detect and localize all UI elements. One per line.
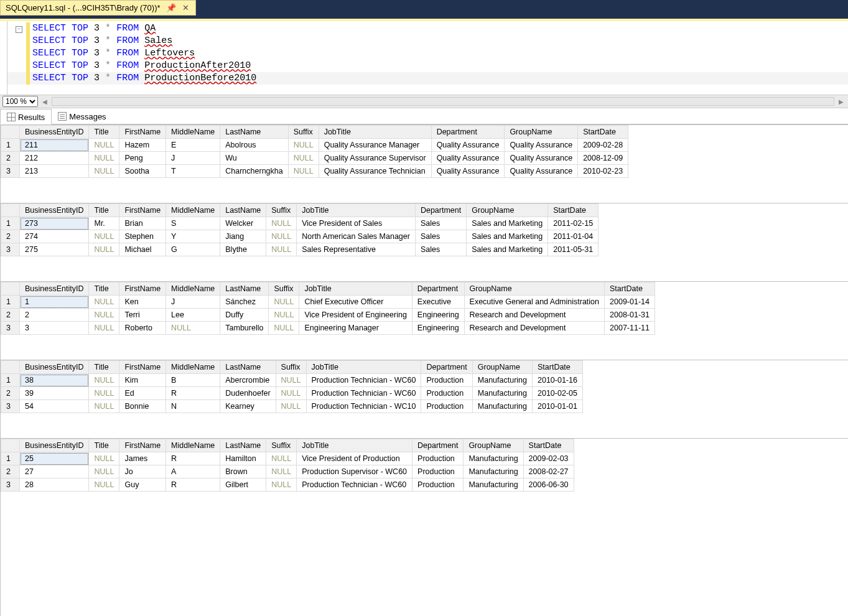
table-cell[interactable]: NULL [89, 452, 119, 465]
table-row[interactable]: 3275NULLMichaelGBlytheNULLSales Represen… [1, 243, 599, 256]
table-cell[interactable]: 39 [20, 387, 89, 400]
column-header[interactable]: Title [89, 361, 119, 374]
table-cell[interactable]: NULL [266, 243, 297, 256]
table-cell[interactable]: Quality Assurance [505, 152, 578, 165]
table-cell[interactable]: Sales and Marketing [467, 243, 548, 256]
table-row[interactable]: 22NULLTerriLeeDuffyNULLVice President of… [1, 309, 655, 322]
row-number[interactable]: 2 [1, 309, 20, 322]
table-cell[interactable]: Research and Development [464, 309, 604, 322]
data-table[interactable]: BusinessEntityIDTitleFirstNameMiddleName… [1, 360, 583, 413]
table-cell[interactable]: Bonnie [119, 400, 166, 413]
table-cell[interactable]: NULL [89, 296, 119, 309]
table-row[interactable]: 328NULLGuyRGilbertNULLProduction Technic… [1, 478, 574, 492]
row-header-corner[interactable] [1, 282, 20, 296]
table-cell[interactable]: Wu [220, 152, 288, 165]
h-scrollbar[interactable] [52, 97, 834, 106]
table-cell[interactable]: NULL [266, 217, 297, 230]
table-row[interactable]: 125NULLJamesRHamiltonNULLVice President … [1, 452, 574, 465]
data-table[interactable]: BusinessEntityIDTitleFirstNameMiddleName… [1, 125, 628, 178]
column-header[interactable]: Suffix [269, 282, 299, 296]
table-cell[interactable]: 3 [20, 322, 89, 335]
table-cell[interactable]: Tamburello [220, 322, 269, 335]
table-cell[interactable]: Production [412, 465, 464, 478]
table-row[interactable]: 138NULLKimBAbercrombieNULLProduction Tec… [1, 374, 583, 387]
column-header[interactable]: Department [412, 282, 464, 296]
table-cell[interactable]: 2010-01-16 [532, 374, 582, 387]
table-cell[interactable]: 25 [20, 452, 89, 465]
table-cell[interactable]: NULL [166, 322, 220, 335]
column-header[interactable]: FirstName [119, 439, 166, 452]
row-number[interactable]: 1 [1, 374, 20, 387]
column-header[interactable]: BusinessEntityID [20, 439, 89, 452]
column-header[interactable]: BusinessEntityID [20, 282, 89, 296]
table-cell[interactable]: NULL [89, 165, 119, 178]
table-cell[interactable]: Ed [119, 387, 166, 400]
table-cell[interactable]: J [166, 152, 220, 165]
table-cell[interactable]: Roberto [119, 322, 166, 335]
table-cell[interactable]: NULL [269, 309, 299, 322]
table-cell[interactable]: Executive General and Administration [464, 296, 604, 309]
table-cell[interactable]: 2009-02-03 [523, 452, 574, 465]
table-row[interactable]: 239NULLEdRDudenhoeferNULLProduction Tech… [1, 387, 583, 400]
table-cell[interactable]: Hamilton [220, 452, 266, 465]
table-row[interactable]: 354NULLBonnieNKearneyNULLProduction Tech… [1, 400, 583, 413]
table-cell[interactable]: 213 [20, 165, 89, 178]
table-cell[interactable]: Brian [119, 217, 166, 230]
pin-icon[interactable]: 📌 [167, 4, 175, 12]
column-header[interactable]: StartDate [548, 204, 599, 217]
table-cell[interactable]: Michael [119, 243, 166, 256]
scroll-left-icon[interactable]: ◀ [40, 97, 49, 106]
table-cell[interactable]: S [166, 217, 220, 230]
table-cell[interactable]: J [166, 296, 220, 309]
table-cell[interactable]: Production [412, 452, 464, 465]
column-header[interactable]: LastName [220, 282, 269, 296]
table-cell[interactable]: Production Supervisor - WC60 [297, 465, 412, 478]
scroll-right-icon[interactable]: ▶ [837, 97, 846, 106]
column-header[interactable]: BusinessEntityID [20, 204, 89, 217]
column-header[interactable]: JobTitle [299, 282, 412, 296]
table-cell[interactable]: Peng [119, 152, 166, 165]
table-cell[interactable]: Gilbert [220, 478, 266, 492]
table-cell[interactable]: Engineering [412, 322, 464, 335]
table-cell[interactable]: Abercrombie [220, 374, 276, 387]
table-cell[interactable]: NULL [266, 452, 297, 465]
table-cell[interactable]: A [166, 465, 220, 478]
table-cell[interactable]: Guy [119, 478, 166, 492]
table-cell[interactable]: Manufacturing [472, 400, 532, 413]
column-header[interactable]: LastName [220, 204, 266, 217]
column-header[interactable]: MiddleName [166, 204, 220, 217]
table-cell[interactable]: NULL [89, 478, 119, 492]
table-cell[interactable]: Quality Assurance Technician [319, 165, 431, 178]
column-header[interactable]: Title [89, 126, 119, 139]
table-cell[interactable]: 2011-01-04 [548, 230, 599, 243]
table-cell[interactable]: Production [421, 374, 472, 387]
table-cell[interactable]: 38 [20, 374, 89, 387]
table-cell[interactable]: 2009-02-28 [578, 139, 628, 152]
table-row[interactable]: 227NULLJoABrownNULLProduction Supervisor… [1, 465, 574, 478]
column-header[interactable]: StartDate [523, 439, 574, 452]
column-header[interactable]: GroupName [467, 204, 548, 217]
table-cell[interactable]: Sales and Marketing [467, 217, 548, 230]
table-cell[interactable]: Kearney [220, 400, 276, 413]
table-cell[interactable]: NULL [266, 465, 297, 478]
column-header[interactable]: Title [89, 439, 119, 452]
column-header[interactable]: JobTitle [319, 126, 431, 139]
table-cell[interactable]: Manufacturing [464, 465, 523, 478]
table-row[interactable]: 1273Mr.BrianSWelckerNULLVice President o… [1, 217, 599, 230]
table-cell[interactable]: NULL [89, 230, 119, 243]
tab-messages[interactable]: Messages [52, 108, 112, 124]
column-header[interactable]: BusinessEntityID [20, 361, 89, 374]
table-cell[interactable]: 273 [20, 217, 89, 230]
column-header[interactable]: FirstName [119, 282, 166, 296]
table-cell[interactable]: Chief Executive Officer [299, 296, 412, 309]
table-cell[interactable]: Engineering Manager [299, 322, 412, 335]
column-header[interactable]: GroupName [472, 361, 532, 374]
row-number[interactable]: 3 [1, 165, 20, 178]
table-cell[interactable]: Research and Development [464, 322, 604, 335]
table-cell[interactable]: Sales [415, 243, 466, 256]
column-header[interactable]: StartDate [578, 126, 628, 139]
table-cell[interactable]: Manufacturing [464, 452, 523, 465]
table-cell[interactable]: NULL [276, 374, 306, 387]
table-cell[interactable]: NULL [266, 478, 297, 492]
row-number[interactable]: 3 [1, 478, 20, 492]
